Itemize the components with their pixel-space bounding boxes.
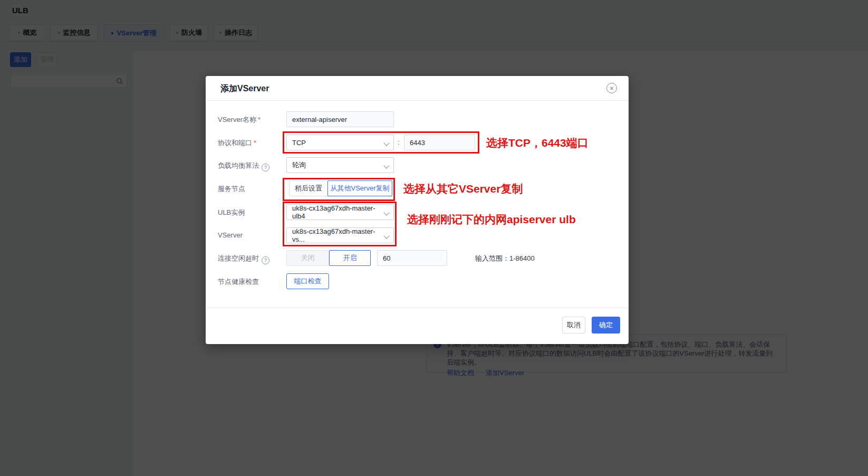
chevron-down-icon: [383, 210, 389, 215]
field-label-ulb-instance: ULB实例: [218, 208, 245, 217]
lb-algorithm-select[interactable]: 轮询: [286, 157, 394, 173]
field-label-protocol: 协议和端口*: [218, 138, 256, 148]
vserver-select[interactable]: uk8s-cx13ag67xdh-master-vs...: [286, 227, 394, 243]
port-separator: :: [398, 138, 400, 146]
ulb-instance-select[interactable]: uk8s-cx13ag67xdh-master-ulb4: [286, 204, 394, 220]
protocol-select[interactable]: TCP: [286, 135, 394, 150]
field-label-name: VServer名称*: [218, 115, 261, 125]
lb-algorithm-value: 轮询: [292, 160, 306, 170]
port-input[interactable]: [404, 135, 475, 150]
close-icon[interactable]: ✕: [606, 83, 617, 93]
field-label-vserver: VServer: [218, 231, 243, 239]
dialog-header: 添加VServer ✕: [206, 76, 629, 101]
protocol-select-value: TCP: [292, 139, 306, 147]
field-label-service-node: 服务节点: [218, 184, 245, 194]
help-icon[interactable]: ?: [262, 256, 269, 264]
required-asterisk: *: [258, 116, 261, 123]
help-icon[interactable]: ?: [262, 164, 269, 172]
health-check-port-button[interactable]: 端口检查: [286, 273, 329, 289]
required-asterisk: *: [254, 139, 256, 147]
confirm-button[interactable]: 确定: [592, 317, 620, 334]
chevron-down-icon: [383, 140, 389, 146]
service-node-option-later[interactable]: 稍后设置: [289, 180, 328, 196]
service-node-option-copy[interactable]: 从其他VServer复制: [327, 180, 392, 196]
idle-timeout-off-toggle[interactable]: 关闭: [286, 250, 329, 266]
idle-timeout-on-toggle[interactable]: 开启: [329, 250, 371, 266]
field-label-idle-timeout: 连接空闲超时?: [218, 254, 269, 264]
vserver-name-input[interactable]: [286, 111, 394, 127]
dialog-title: 添加VServer: [220, 83, 269, 94]
add-vserver-dialog: 添加VServer ✕ VServer名称* 协议和端口* TCP : 负载均衡…: [206, 76, 629, 344]
idle-timeout-input[interactable]: [377, 250, 447, 266]
chevron-down-icon: [383, 233, 389, 239]
chevron-down-icon: [383, 163, 389, 168]
footer-divider: [206, 308, 629, 308]
field-label-lb-algorithm: 负载均衡算法?: [218, 161, 269, 172]
vserver-select-value: uk8s-cx13ag67xdh-master-vs...: [292, 227, 381, 243]
ulb-instance-value: uk8s-cx13ag67xdh-master-ulb4: [292, 204, 381, 220]
cancel-button[interactable]: 取消: [562, 317, 585, 334]
field-label-health-check: 节点健康检查: [218, 277, 259, 287]
idle-timeout-hint: 输入范围：1-86400: [475, 254, 535, 263]
